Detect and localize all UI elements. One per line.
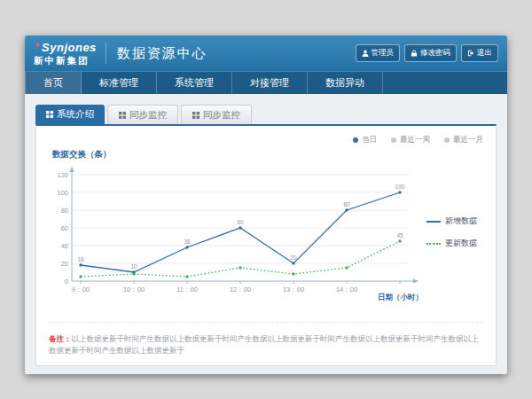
logout-icon <box>467 50 474 57</box>
remark: 备注：以上数据更新于时间产生数据以上数据更新于时间产生数据以上数据更新于时间产生… <box>49 322 483 356</box>
chart-panel: 当日 最近一周 最近一月 数据交换（条） 0204060801001209：00… <box>35 124 497 366</box>
grid-icon <box>192 112 200 119</box>
range-filter: 当日 最近一周 最近一月 <box>49 133 483 147</box>
content-area: 系统介绍 同步监控 同步监控 <box>25 94 507 374</box>
svg-text:120: 120 <box>57 171 68 179</box>
brand-company: 新中新集团 <box>34 56 97 66</box>
solid-line-icon <box>426 221 441 223</box>
brand-text: Synjones <box>42 41 97 54</box>
svg-text:60: 60 <box>61 224 68 232</box>
tabs-row: 系统介绍 同步监控 同步监控 <box>35 105 497 124</box>
svg-text:10：00: 10：00 <box>123 286 145 293</box>
admin-button[interactable]: 管理员 <box>356 44 401 62</box>
series-legend: 新增数据 更新数据 <box>425 215 481 249</box>
tab-label: 同步监控 <box>203 109 240 121</box>
app-window: ✶Synjones 新中新集团 数据资源中心 管理员 修 <box>25 35 507 374</box>
logout-button[interactable]: 退出 <box>461 44 498 62</box>
user-actions: 管理员 修改密码 退出 <box>356 44 499 62</box>
legend-new-data[interactable]: 新增数据 <box>426 215 481 227</box>
nav-item-system-mgmt[interactable]: 系统管理 <box>157 72 232 94</box>
chart-row: 0204060801001209：0010：0011：0012：0013：001… <box>49 162 483 302</box>
nav-item-home[interactable]: 首页 <box>25 72 82 94</box>
svg-text:0: 0 <box>65 278 68 286</box>
radio-dot-icon <box>353 137 358 143</box>
lock-icon <box>411 50 418 57</box>
app-title: 数据资源中心 <box>117 45 207 62</box>
legend-update-data[interactable]: 更新数据 <box>426 238 481 249</box>
grid-icon <box>119 112 126 119</box>
y-axis-title: 数据交换（条） <box>52 149 483 160</box>
header-divider <box>106 43 106 64</box>
logout-button-label: 退出 <box>477 48 492 59</box>
remark-text: 以上数据更新于时间产生数据以上数据更新于时间产生数据以上数据更新于时间产生数据以… <box>49 334 479 355</box>
svg-text:60: 60 <box>237 219 244 225</box>
svg-text:13：00: 13：00 <box>283 286 304 293</box>
svg-text:18: 18 <box>77 256 84 262</box>
filter-today[interactable]: 当日 <box>353 135 377 145</box>
nav-item-connection-mgmt[interactable]: 对接管理 <box>232 72 308 94</box>
nav-item-standard-mgmt[interactable]: 标准管理 <box>82 72 157 94</box>
filter-last-week[interactable]: 最近一周 <box>391 135 430 145</box>
svg-text:11：00: 11：00 <box>176 286 198 293</box>
user-icon <box>362 50 369 57</box>
filter-last-month[interactable]: 最近一月 <box>444 135 483 145</box>
filter-label: 当日 <box>362 135 377 145</box>
header-bar: ✶Synjones 新中新集团 数据资源中心 管理员 修 <box>25 35 507 71</box>
change-password-button[interactable]: 修改密码 <box>404 44 457 62</box>
tab-sync-monitor-1[interactable]: 同步监控 <box>107 105 178 124</box>
svg-text:10: 10 <box>130 263 137 270</box>
legend-label: 更新数据 <box>445 238 477 249</box>
legend-label: 新增数据 <box>445 215 477 227</box>
tab-system-intro[interactable]: 系统介绍 <box>35 105 105 124</box>
svg-text:40: 40 <box>61 242 68 250</box>
tab-label: 系统介绍 <box>57 108 94 121</box>
svg-text:9：00: 9：00 <box>72 286 90 293</box>
admin-button-label: 管理员 <box>372 48 395 59</box>
radio-dot-icon <box>444 137 450 143</box>
nav-item-data-change[interactable]: 数据异动 <box>308 72 383 94</box>
remark-label: 备注： <box>49 334 72 343</box>
svg-text:12：00: 12：00 <box>230 286 251 293</box>
svg-text:38: 38 <box>184 239 191 245</box>
svg-text:日期（小时）: 日期（小时） <box>378 293 423 301</box>
svg-text:80: 80 <box>343 201 350 207</box>
dotted-line-icon <box>426 243 441 245</box>
svg-text:20: 20 <box>61 260 68 268</box>
svg-text:100: 100 <box>57 189 68 197</box>
filter-label: 最近一月 <box>453 135 483 145</box>
grid-icon <box>46 111 53 118</box>
tab-sync-monitor-2[interactable]: 同步监控 <box>181 105 252 124</box>
svg-text:14：00: 14：00 <box>336 286 357 293</box>
svg-text:20: 20 <box>290 254 297 261</box>
change-password-button-label: 修改密码 <box>420 48 450 59</box>
svg-text:80: 80 <box>61 207 68 215</box>
tab-label: 同步监控 <box>129 109 167 121</box>
filter-label: 最近一周 <box>400 135 430 145</box>
radio-dot-icon <box>391 137 396 143</box>
logo: ✶Synjones 新中新集团 <box>34 42 97 66</box>
line-chart: 0204060801001209：0010：0011：0012：0013：001… <box>49 162 425 302</box>
logo-star-icon: ✶ <box>34 41 41 50</box>
desktop-background: ✶Synjones 新中新集团 数据资源中心 管理员 修 <box>0 0 532 399</box>
main-nav: 首页 标准管理 系统管理 对接管理 数据异动 <box>25 71 507 94</box>
svg-text:100: 100 <box>395 184 405 190</box>
svg-text:45: 45 <box>396 232 403 239</box>
brand-name: ✶Synjones <box>34 42 97 53</box>
